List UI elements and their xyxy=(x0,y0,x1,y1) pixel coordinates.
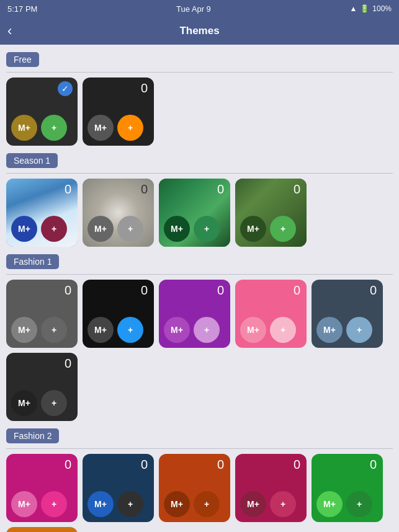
section-label-fashion1: Fashion 1 xyxy=(6,254,59,269)
status-right: ▲ 🔋 100% xyxy=(349,4,392,13)
m-plus-button[interactable]: M+ xyxy=(87,216,114,242)
themes-row-fashion1-row2: 0 M+ + xyxy=(6,353,393,421)
m-plus-button[interactable]: M+ xyxy=(164,491,190,517)
themes-row-fashion1: 0 M+ + 0 M+ + 0 M+ + xyxy=(6,280,393,348)
card-buttons: M+ + xyxy=(316,491,372,517)
section-season1: Season 1 0 M+ + 0 M+ + xyxy=(6,151,393,247)
theme-card-greenfield[interactable]: 0 M+ + xyxy=(235,179,307,247)
m-plus-button[interactable]: M+ xyxy=(11,491,37,517)
card-buttons: M+ + xyxy=(11,216,67,242)
card-buttons: M+ + xyxy=(87,216,143,242)
m-plus-button[interactable]: M+ xyxy=(164,216,190,242)
card-buttons: M+ + xyxy=(87,491,143,517)
plus-button[interactable]: + xyxy=(194,317,220,343)
theme-card-wolf[interactable]: 0 M+ + xyxy=(83,179,154,247)
themes-row-fashion2: 0 M+ + 0 M+ + 0 M+ + xyxy=(6,454,393,522)
plus-button[interactable]: + xyxy=(41,317,67,343)
plus-button[interactable]: + xyxy=(117,216,143,242)
theme-card-f2-2[interactable]: 0 M+ + xyxy=(83,454,154,522)
card-buttons: M+ + xyxy=(164,317,220,343)
m-plus-button[interactable]: M+ xyxy=(87,115,114,141)
theme-card-f1-1[interactable]: 0 M+ + xyxy=(6,280,78,348)
m-plus-button[interactable]: M+ xyxy=(316,317,343,343)
plus-button[interactable]: + xyxy=(41,390,67,416)
plus-button[interactable]: + xyxy=(117,115,143,141)
nav-bar: ‹ Themes xyxy=(0,17,399,45)
theme-card-free-2[interactable]: 0 M+ + xyxy=(83,78,154,146)
card-buttons: M+ + xyxy=(11,491,67,517)
card-count: 0 xyxy=(294,283,300,298)
battery-icon: 🔋 xyxy=(360,4,369,13)
card-buttons: M+ + xyxy=(164,491,220,517)
theme-card-f2-5[interactable]: 0 M+ + xyxy=(312,454,383,522)
theme-card-f2-4[interactable]: 0 M+ + xyxy=(235,454,307,522)
card-count: 0 xyxy=(141,81,148,95)
card-count: 0 xyxy=(65,458,71,472)
card-buttons: M+ + xyxy=(11,317,67,343)
card-buttons: M+ + xyxy=(87,115,143,141)
m-plus-button[interactable]: M+ xyxy=(11,390,37,416)
m-plus-button[interactable]: M+ xyxy=(11,216,37,242)
themes-row-fashion2-row2: 0 M+ + xyxy=(6,527,393,532)
card-buttons: M+ + xyxy=(164,216,220,242)
theme-card-snow[interactable]: 0 M+ + xyxy=(6,179,78,247)
nav-title: Themes xyxy=(179,25,219,37)
theme-card-f1-5[interactable]: 0 M+ + xyxy=(312,280,383,348)
m-plus-button[interactable]: M+ xyxy=(87,317,114,343)
plus-button[interactable]: + xyxy=(117,317,143,343)
content-area: Free ✓ M+ + 0 M+ + Season 1 xyxy=(0,45,399,532)
card-count: 0 xyxy=(370,283,377,298)
plus-button[interactable]: + xyxy=(346,317,372,343)
theme-card-free-1[interactable]: ✓ M+ + xyxy=(6,78,78,146)
theme-card-leaves[interactable]: 0 M+ + xyxy=(159,179,230,247)
theme-card-f2-1[interactable]: 0 M+ + xyxy=(6,454,78,522)
back-button[interactable]: ‹ xyxy=(7,23,12,39)
m-plus-button[interactable]: M+ xyxy=(240,317,266,343)
plus-button[interactable]: + xyxy=(346,491,372,517)
section-label-fashion2: Fashion 2 xyxy=(6,428,59,443)
card-buttons: M+ + xyxy=(11,115,67,141)
card-count: 0 xyxy=(65,357,71,371)
card-buttons: M+ + xyxy=(240,216,296,242)
themes-row-season1: 0 M+ + 0 M+ + 0 M+ xyxy=(6,179,393,247)
m-plus-button[interactable]: M+ xyxy=(87,491,114,517)
themes-row-free: ✓ M+ + 0 M+ + xyxy=(6,78,393,146)
theme-card-f1-2[interactable]: 0 M+ + xyxy=(83,280,154,348)
plus-button[interactable]: + xyxy=(270,216,296,242)
theme-card-f1-4[interactable]: 0 M+ + xyxy=(235,280,307,348)
theme-card-f1-3[interactable]: 0 M+ + xyxy=(159,280,230,348)
card-count: 0 xyxy=(294,182,300,197)
plus-button[interactable]: + xyxy=(41,491,67,517)
status-bar: 5:17 PM Tue Apr 9 ▲ 🔋 100% xyxy=(0,0,399,17)
plus-button[interactable]: + xyxy=(194,491,220,517)
m-plus-button[interactable]: M+ xyxy=(11,317,37,343)
plus-button[interactable]: + xyxy=(41,216,67,242)
selected-checkmark: ✓ xyxy=(58,81,73,96)
card-count: 0 xyxy=(370,458,377,472)
m-plus-button[interactable]: M+ xyxy=(316,491,343,517)
card-buttons: M+ + xyxy=(11,390,67,416)
plus-button[interactable]: + xyxy=(270,317,296,343)
section-fashion2: Fashion 2 0 M+ + 0 M+ + 0 M+ xyxy=(6,426,393,532)
card-count: 0 xyxy=(65,283,71,298)
battery-percent: 100% xyxy=(372,4,392,13)
card-count: 0 xyxy=(141,182,148,197)
section-free: Free ✓ M+ + 0 M+ + xyxy=(6,50,393,146)
m-plus-button[interactable]: M+ xyxy=(240,216,266,242)
card-count: 0 xyxy=(217,283,224,298)
m-plus-button[interactable]: M+ xyxy=(11,115,37,141)
card-count: 0 xyxy=(141,458,148,472)
card-count: 0 xyxy=(217,458,224,472)
card-buttons: M+ + xyxy=(87,317,143,343)
plus-button[interactable]: + xyxy=(194,216,220,242)
theme-card-f2-3[interactable]: 0 M+ + xyxy=(159,454,230,522)
m-plus-button[interactable]: M+ xyxy=(164,317,190,343)
theme-card-f2-6[interactable]: 0 M+ + xyxy=(6,527,78,532)
plus-button[interactable]: + xyxy=(117,491,143,517)
card-count: 0 xyxy=(294,458,300,472)
plus-button[interactable]: + xyxy=(270,491,296,517)
m-plus-button[interactable]: M+ xyxy=(240,491,266,517)
theme-card-f1-6[interactable]: 0 M+ + xyxy=(6,353,78,421)
card-count: 0 xyxy=(65,182,71,197)
plus-button[interactable]: + xyxy=(41,115,67,141)
